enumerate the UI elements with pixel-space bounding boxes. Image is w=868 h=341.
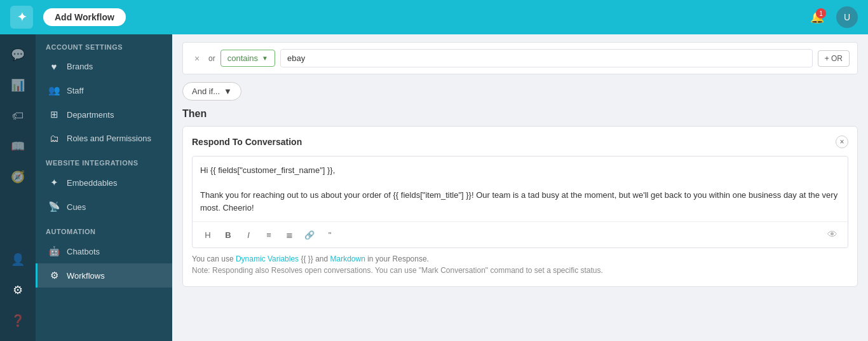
italic-button[interactable]: I [240,226,257,244]
workflows-icon: ⚙ [48,270,60,281]
then-block-header: Respond To Conversation × [192,136,848,148]
dynamic-variables-link[interactable]: Dynamic Variables [236,254,299,263]
ordered-list-button[interactable]: ≣ [280,226,298,244]
sidebar-item-workflows[interactable]: ⚙ Workflows [36,263,172,288]
then-block-title: Respond To Conversation [192,137,302,147]
sidebar-item-embeddables[interactable]: ✦ Embeddables [36,170,172,195]
add-or-button[interactable]: + OR [818,50,850,67]
filter-or-label: or [208,54,215,63]
filter-value-input[interactable] [280,49,813,67]
heart-icon: ♥ [48,61,60,72]
markdown-link[interactable]: Markdown [330,254,365,263]
account-settings-section-title: ACCOUNT SETTINGS [36,34,172,55]
and-if-button[interactable]: And if... ▼ [182,82,241,101]
sidebar-item-cues[interactable]: 📡 Cues [36,195,172,219]
content-inner: × or contains ▼ + OR And if... ▼ Then [172,42,868,297]
topbar-actions: 🔔 1 U [807,6,858,28]
chatbots-icon: 🤖 [48,246,60,257]
editor-footer: You can use Dynamic Variables {{ }} and … [192,248,848,277]
page-title: Add Workflow [43,8,126,26]
chevron-down-icon: ▼ [262,55,268,62]
sidebar-item-tag[interactable]: 🏷 [4,102,32,130]
bold-button[interactable]: B [219,226,237,244]
app-logo: ✦ [10,6,33,29]
editor-note: Note: Responding also Resolves open conv… [192,266,848,275]
avatar[interactable]: U [836,6,858,28]
sidebar-item-compass[interactable]: 🧭 [4,163,32,191]
roles-icon: 🗂 [48,133,60,144]
sidebar-item-chat[interactable]: 💬 [4,41,32,69]
sidebar-item-roles[interactable]: 🗂 Roles and Permissions [36,127,172,150]
main-layout: 💬 📊 🏷 📖 🧭 👤 ⚙ ❓ ACCOUNT SETTINGS ♥ Brand… [0,34,868,341]
staff-icon: 👥 [48,85,60,96]
sidebar-item-book[interactable]: 📖 [4,132,32,160]
blockquote-button[interactable]: " [321,226,339,244]
then-block: Respond To Conversation × Hi {{ fields["… [182,126,858,287]
unordered-list-button[interactable]: ≡ [260,226,278,244]
sidebar-item-staff[interactable]: 👥 Staff [36,78,172,102]
sidebar-item-departments[interactable]: ⊞ Departments [36,102,172,127]
editor-body[interactable]: Hi {{ fields["customer_first_name"] }}, … [193,157,848,221]
sidebar-item-chatbots[interactable]: 🤖 Chatbots [36,239,172,263]
cues-icon: 📡 [48,201,60,212]
filter-condition-dropdown[interactable]: contains ▼ [220,50,275,67]
nav-sidebar: ACCOUNT SETTINGS ♥ Brands 👥 Staff ⊞ Depa… [36,34,172,341]
link-button[interactable]: 🔗 [301,226,318,244]
icon-sidebar: 💬 📊 🏷 📖 🧭 👤 ⚙ ❓ [0,34,36,341]
sidebar-item-brands[interactable]: ♥ Brands [36,55,172,78]
notification-button[interactable]: 🔔 1 [807,7,827,27]
then-close-button[interactable]: × [836,136,848,148]
departments-icon: ⊞ [48,109,60,120]
sidebar-item-chart[interactable]: 📊 [4,71,32,99]
sidebar-item-gear[interactable]: ⚙ [4,276,32,304]
and-if-row: And if... ▼ [182,82,858,101]
sidebar-item-question[interactable]: ❓ [4,307,32,335]
then-label: Then [182,108,858,120]
heading-button[interactable]: H [199,226,217,244]
response-editor: Hi {{ fields["customer_first_name"] }}, … [192,156,848,248]
topbar: ✦ Add Workflow 🔔 1 U [0,0,868,34]
filter-row: × or contains ▼ + OR [182,42,858,74]
sidebar-item-person[interactable]: 👤 [4,246,32,274]
automation-section-title: AUTOMATION [36,219,172,239]
embeddables-icon: ✦ [48,177,60,188]
editor-toolbar: H B I ≡ ≣ 🔗 " 👁 [193,221,848,247]
website-integrations-section-title: WEBSITE INTEGRATIONS [36,150,172,170]
chevron-down-icon: ▼ [224,87,232,96]
content-area: × or contains ▼ + OR And if... ▼ Then [172,34,868,341]
notification-badge: 1 [816,8,826,18]
preview-button[interactable]: 👁 [824,226,841,244]
filter-remove-button[interactable]: × [191,52,203,65]
